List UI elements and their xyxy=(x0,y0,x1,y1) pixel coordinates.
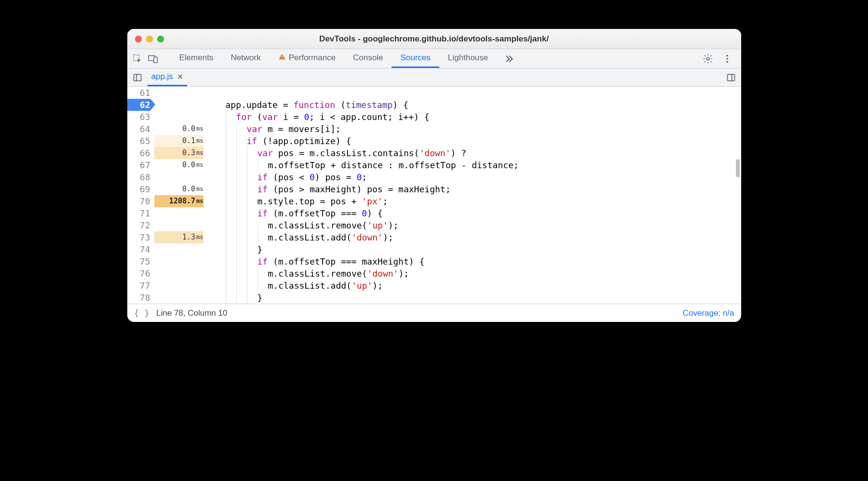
settings-icon[interactable] xyxy=(703,53,713,64)
minimize-window-button[interactable] xyxy=(146,36,153,42)
code-line[interactable]: if (pos < 0) pos = 0; xyxy=(226,171,741,183)
svg-rect-11 xyxy=(727,74,734,80)
code-line[interactable] xyxy=(226,87,741,99)
cursor-position: Line 78, Column 10 xyxy=(156,308,227,318)
titlebar: DevTools - googlechrome.github.io/devtoo… xyxy=(127,29,741,49)
self-time-cell xyxy=(154,87,203,99)
code-line[interactable]: m.classList.add('down'); xyxy=(226,231,741,243)
code-line[interactable]: var m = movers[i]; xyxy=(226,123,741,135)
line-number[interactable]: 71 xyxy=(127,207,150,219)
self-time-gutter: 0.0 ms0.1 ms0.3 ms0.0 ms0.0 ms1208.7 ms1… xyxy=(154,87,206,304)
self-time-cell xyxy=(154,243,203,255)
line-number[interactable]: 78 xyxy=(127,292,150,304)
line-number[interactable]: 77 xyxy=(127,280,150,292)
self-time-cell xyxy=(154,171,203,183)
line-number[interactable]: 65 xyxy=(127,135,150,147)
tab-sources[interactable]: Sources xyxy=(392,49,439,68)
svg-rect-3 xyxy=(282,56,282,57)
code-line[interactable]: if (m.offsetTop === 0) { xyxy=(226,207,741,219)
line-number[interactable]: 73 xyxy=(127,231,150,243)
self-time-cell xyxy=(154,280,203,292)
tab-label: Sources xyxy=(400,53,430,63)
self-time-cell xyxy=(154,111,203,123)
line-number[interactable]: 63 xyxy=(127,111,150,123)
close-file-tab-icon[interactable]: ✕ xyxy=(177,72,183,81)
code-line[interactable]: app.update = function (timestamp) { xyxy=(226,99,741,111)
code-line[interactable]: m.offsetTop + distance : m.offsetTop - d… xyxy=(226,159,741,171)
more-options-icon[interactable] xyxy=(722,53,732,64)
code-content[interactable]: app.update = function (timestamp) {for (… xyxy=(206,87,741,304)
tab-performance[interactable]: Performance xyxy=(270,49,344,68)
warning-icon xyxy=(278,53,286,63)
svg-rect-9 xyxy=(134,74,141,80)
show-navigator-icon[interactable] xyxy=(132,72,143,83)
code-line[interactable]: } xyxy=(226,243,741,255)
tab-label: Lighthouse xyxy=(448,53,488,63)
code-line[interactable]: if (!app.optimize) { xyxy=(226,135,741,147)
line-number[interactable]: 66 xyxy=(127,147,150,159)
line-number[interactable]: 67 xyxy=(127,159,150,171)
self-time-cell xyxy=(154,292,203,304)
breakpoint-line-number[interactable]: 62 xyxy=(127,99,150,111)
code-editor[interactable]: 616263646566676869707172737475767778 0.0… xyxy=(127,87,741,304)
self-time-cell: 0.1 ms xyxy=(154,135,203,147)
tab-console[interactable]: Console xyxy=(344,49,392,68)
devtools-window: DevTools - googlechrome.github.io/devtoo… xyxy=(127,29,741,322)
tab-elements[interactable]: Elements xyxy=(171,49,222,68)
self-time-cell: 0.0 ms xyxy=(154,183,203,195)
file-tabs-bar: app.js ✕ xyxy=(127,68,741,87)
line-number[interactable]: 75 xyxy=(127,255,150,267)
code-line[interactable]: var pos = m.classList.contains('down') ? xyxy=(226,147,741,159)
self-time-cell: 0.0 ms xyxy=(154,123,203,135)
code-line[interactable]: for (var i = 0; i < app.count; i++) { xyxy=(226,111,741,123)
self-time-cell xyxy=(154,255,203,267)
main-toolbar: ElementsNetworkPerformanceConsoleSources… xyxy=(127,49,741,68)
status-bar: { } Line 78, Column 10 Coverage: n/a xyxy=(127,304,741,322)
self-time-cell xyxy=(154,219,203,231)
line-number[interactable]: 72 xyxy=(127,219,150,231)
file-tab-app-js[interactable]: app.js ✕ xyxy=(148,68,187,86)
pretty-print-icon[interactable]: { } xyxy=(134,308,150,318)
inspect-element-icon[interactable] xyxy=(132,53,143,64)
code-line[interactable]: m.classList.remove('up'); xyxy=(226,219,741,231)
tab-label: Network xyxy=(231,53,260,63)
line-number[interactable]: 68 xyxy=(127,171,150,183)
file-tab-label: app.js xyxy=(151,72,173,81)
line-number-gutter[interactable]: 616263646566676869707172737475767778 xyxy=(127,87,154,304)
tab-lighthouse[interactable]: Lighthouse xyxy=(439,49,497,68)
code-line[interactable]: if (pos > maxHeight) pos = maxHeight; xyxy=(226,183,741,195)
line-number[interactable]: 64 xyxy=(127,123,150,135)
self-time-cell: 1.3 ms xyxy=(154,231,203,243)
overflow-tabs-icon[interactable] xyxy=(503,53,514,64)
line-number[interactable]: 74 xyxy=(127,243,150,255)
traffic-lights xyxy=(135,36,164,42)
self-time-cell: 1208.7 ms xyxy=(154,195,203,207)
line-number[interactable]: 76 xyxy=(127,267,150,280)
line-number[interactable]: 69 xyxy=(127,183,150,195)
code-line[interactable]: m.style.top = pos + 'px'; xyxy=(226,195,741,207)
code-line[interactable]: if (m.offsetTop === maxHeight) { xyxy=(226,255,741,267)
line-number[interactable]: 61 xyxy=(127,87,150,99)
self-time-cell xyxy=(154,99,203,111)
zoom-window-button[interactable] xyxy=(157,36,164,42)
svg-rect-4 xyxy=(282,58,282,58)
code-line[interactable]: } xyxy=(226,292,741,304)
self-time-cell: 0.0 ms xyxy=(154,159,203,171)
code-line[interactable]: m.classList.remove('down'); xyxy=(226,267,741,280)
svg-point-8 xyxy=(726,61,728,63)
code-line[interactable]: m.classList.add('up'); xyxy=(226,280,741,292)
self-time-cell xyxy=(154,207,203,219)
coverage-status[interactable]: Coverage: n/a xyxy=(683,308,734,318)
svg-rect-2 xyxy=(153,57,157,63)
scrollbar-thumb[interactable] xyxy=(736,159,740,177)
close-window-button[interactable] xyxy=(135,36,142,42)
svg-point-5 xyxy=(706,57,709,60)
tab-network[interactable]: Network xyxy=(222,49,269,68)
panel-tabs: ElementsNetworkPerformanceConsoleSources… xyxy=(171,49,497,68)
show-debugger-icon[interactable] xyxy=(726,72,736,83)
tab-label: Performance xyxy=(289,53,336,63)
window-title: DevTools - googlechrome.github.io/devtoo… xyxy=(127,34,741,44)
toggle-device-toolbar-icon[interactable] xyxy=(148,53,158,64)
line-number[interactable]: 70 xyxy=(127,195,150,207)
tab-label: Elements xyxy=(179,53,214,63)
